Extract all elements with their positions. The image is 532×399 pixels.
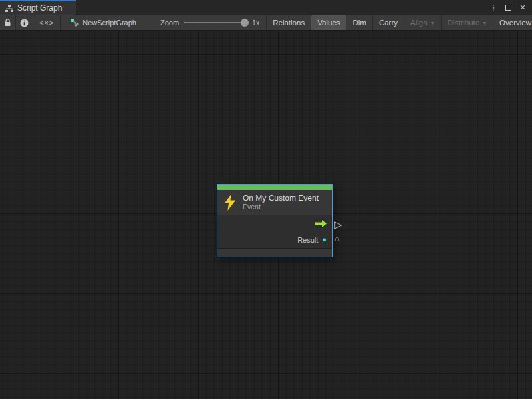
graph-asset-icon [71, 19, 79, 27]
tabbar-spacer [76, 0, 488, 15]
flow-output-row [217, 216, 332, 232]
node-footer [217, 249, 332, 257]
node-header[interactable]: On My Custom Event Event [217, 190, 332, 215]
maximize-icon[interactable] [503, 2, 513, 13]
node-body: Result ● [217, 215, 332, 249]
dropdown-arrow-icon: ▼ [430, 21, 435, 25]
flow-arrow-icon[interactable] [315, 220, 327, 227]
value-port-dot-icon[interactable]: ● [322, 236, 327, 243]
tab-script-graph[interactable]: Script Graph [0, 0, 76, 15]
tab-title: Script Graph [17, 3, 62, 13]
align-button[interactable]: Align ▼ [404, 15, 441, 30]
value-output-port-icon[interactable]: ○ [334, 235, 340, 243]
values-button[interactable]: Values [311, 15, 346, 30]
graph-name: NewScriptGraph [82, 19, 136, 27]
dropdown-arrow-icon: ▼ [482, 21, 487, 25]
overview-button[interactable]: Overview [493, 15, 532, 30]
align-label: Align [410, 19, 428, 27]
result-output-row: Result ● [217, 232, 332, 248]
code-view-button[interactable]: <×> [33, 15, 60, 30]
menu-icon[interactable]: ⋮ [488, 2, 499, 13]
lock-button[interactable] [0, 15, 15, 30]
event-node-on-my-custom-event[interactable]: On My Custom Event Event Result ● [217, 184, 332, 257]
close-icon[interactable]: × [517, 2, 528, 13]
distribute-button[interactable]: Distribute ▼ [442, 15, 493, 30]
result-port-label: Result [297, 236, 318, 244]
zoom-slider[interactable] [184, 22, 247, 23]
dim-button[interactable]: Dim [346, 15, 372, 30]
zoom-slider-knob[interactable] [241, 19, 249, 27]
distribute-label: Distribute [448, 19, 480, 27]
graph-toolbar: <×> NewScriptGraph Zoom 1x Relations Val… [0, 15, 532, 31]
info-icon [20, 19, 29, 27]
lightning-bolt-icon [224, 194, 237, 211]
graph-tree-icon [5, 5, 13, 12]
relations-button[interactable]: Relations [267, 15, 311, 30]
graph-canvas[interactable]: On My Custom Event Event Result ● ▷ ○ [0, 31, 532, 399]
lock-icon [4, 19, 11, 27]
zoom-label: Zoom [160, 19, 179, 27]
zoom-control: Zoom 1x [143, 15, 266, 30]
graph-reference[interactable]: NewScriptGraph [61, 15, 143, 30]
carry-button[interactable]: Carry [373, 15, 404, 30]
node-title: On My Custom Event [243, 194, 319, 203]
tab-bar: Script Graph ⋮ × [0, 0, 532, 15]
window-controls: ⋮ × [488, 0, 532, 15]
zoom-value: 1x [252, 19, 259, 27]
event-node-accent-strip [217, 185, 332, 190]
script-graph-window: Script Graph ⋮ × <×> NewScriptG [0, 0, 532, 399]
node-subtitle: Event [243, 203, 319, 211]
info-button[interactable] [16, 15, 33, 30]
flow-output-port-icon[interactable]: ▷ [334, 219, 342, 229]
